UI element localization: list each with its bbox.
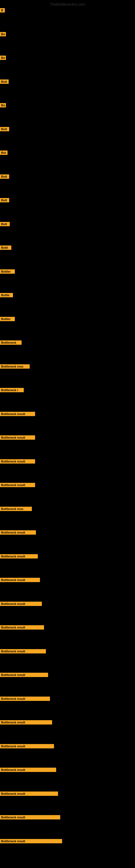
bottleneck-label-32: Bottleneck result [0, 744, 54, 748]
bottleneck-label-36: Bottleneck result [0, 839, 62, 843]
bottleneck-label-26: Bottleneck result [0, 601, 42, 606]
site-title: TheBottlenecker.com [50, 2, 85, 6]
bottleneck-label-15: Bottleneck [0, 340, 21, 345]
bottleneck-label-10: Bott [0, 222, 10, 226]
bottleneck-label-7: Bot [0, 151, 8, 155]
bottleneck-label-1: B [0, 8, 5, 12]
bottleneck-label-12: Bottler [0, 269, 15, 274]
bottleneck-label-23: Bottleneck result [0, 530, 36, 535]
bottleneck-label-33: Bottleneck result [0, 768, 56, 772]
bottleneck-label-30: Bottleneck result [0, 696, 50, 701]
bottleneck-label-4: Bott [0, 80, 9, 84]
bottleneck-label-16: Bottleneck resu [0, 364, 30, 369]
bottleneck-label-20: Bottleneck result [0, 459, 35, 464]
bottleneck-label-17: Bottleneck r [0, 388, 24, 392]
bottleneck-label-25: Bottleneck result [0, 578, 40, 582]
bottleneck-label-27: Bottleneck result [0, 625, 44, 629]
bottleneck-label-19: Bottleneck result [0, 435, 35, 440]
bottleneck-label-29: Bottleneck result [0, 673, 48, 677]
bottleneck-label-24: Bottleneck result [0, 554, 38, 558]
bottleneck-label-31: Bottleneck result [0, 720, 52, 724]
bottleneck-label-28: Bottleneck result [0, 649, 46, 653]
bottleneck-label-8: Bott [0, 175, 9, 179]
bottleneck-label-34: Bottleneck result [0, 792, 58, 796]
bottleneck-label-18: Bottleneck result [0, 412, 35, 416]
bottleneck-label-13: Bottle [0, 293, 13, 297]
bottleneck-label-9: Bott [0, 198, 9, 203]
bottleneck-label-35: Bottleneck result [0, 815, 60, 819]
bottleneck-label-11: Bottl [0, 246, 11, 250]
bottleneck-label-22: Bottleneck resu [0, 507, 32, 511]
bottleneck-label-3: Bo [0, 56, 6, 60]
bottleneck-label-5: Bo [0, 103, 6, 107]
bottleneck-label-21: Bottleneck result [0, 483, 35, 487]
bottleneck-label-6: Bott [0, 127, 9, 131]
bottleneck-label-14: Bottler [0, 317, 15, 321]
bottleneck-label-2: Bo [0, 32, 6, 36]
